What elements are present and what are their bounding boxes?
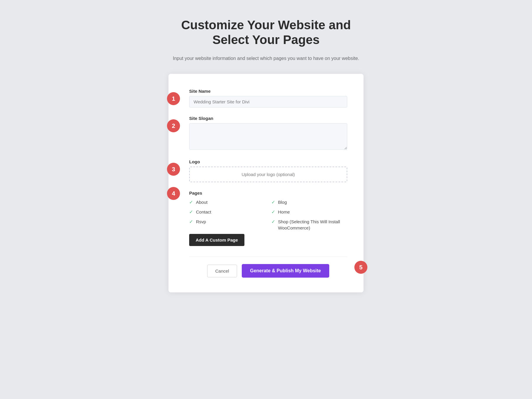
list-item[interactable]: ✓ About (189, 199, 265, 205)
list-item[interactable]: ✓ Rsvp (189, 219, 265, 231)
check-icon: ✓ (189, 219, 193, 224)
page-name-about: About (196, 199, 207, 205)
page-title: Customize Your Website and Select Your P… (163, 18, 369, 48)
pages-label: Pages (189, 190, 347, 196)
page-name-contact: Contact (196, 209, 211, 215)
logo-upload-area[interactable]: Upload your logo (optional) (189, 167, 347, 182)
page-name-home: Home (278, 209, 290, 215)
cancel-button[interactable]: Cancel (207, 265, 237, 277)
step-badge-2: 2 (167, 119, 180, 132)
page-name-blog: Blog (278, 199, 287, 205)
check-icon: ✓ (271, 209, 275, 215)
page-name-shop: Shop (Selecting This Will Install WooCom… (278, 219, 348, 231)
site-name-section: 1 Site Name (189, 89, 347, 108)
add-custom-page-button[interactable]: Add A Custom Page (189, 234, 244, 246)
check-icon: ✓ (189, 199, 193, 205)
check-icon: ✓ (189, 209, 193, 215)
form-card: 1 Site Name 2 Site Slogan 3 Logo Upload … (168, 74, 364, 292)
page-header: Customize Your Website and Select Your P… (163, 18, 369, 62)
generate-publish-button[interactable]: Generate & Publish My Website (242, 264, 329, 278)
page-subtitle: Input your website information and selec… (163, 55, 369, 62)
site-slogan-label: Site Slogan (189, 116, 347, 121)
site-slogan-section: 2 Site Slogan (189, 116, 347, 151)
logo-upload-text: Upload your logo (optional) (241, 172, 295, 177)
step-badge-5: 5 (354, 261, 367, 274)
page-name-rsvp: Rsvp (196, 219, 206, 225)
logo-section: 3 Logo Upload your logo (optional) (189, 159, 347, 182)
site-slogan-input[interactable] (189, 123, 347, 150)
logo-label: Logo (189, 159, 347, 164)
list-item[interactable]: ✓ Home (271, 209, 348, 215)
list-item[interactable]: ✓ Shop (Selecting This Will Install WooC… (271, 219, 348, 231)
check-icon: ✓ (271, 219, 275, 224)
step-badge-4: 4 (167, 187, 180, 200)
site-name-input[interactable] (189, 96, 347, 108)
list-item[interactable]: ✓ Contact (189, 209, 265, 215)
form-footer: Cancel Generate & Publish My Website 5 (189, 257, 347, 278)
check-icon: ✓ (271, 199, 275, 205)
step-badge-1: 1 (167, 92, 180, 105)
pages-section: 4 Pages ✓ About ✓ Blog ✓ Contact ✓ Home … (189, 190, 347, 246)
list-item[interactable]: ✓ Blog (271, 199, 348, 205)
site-name-label: Site Name (189, 89, 347, 94)
pages-grid: ✓ About ✓ Blog ✓ Contact ✓ Home ✓ Rsvp ✓… (189, 199, 347, 231)
step-badge-3: 3 (167, 163, 180, 176)
